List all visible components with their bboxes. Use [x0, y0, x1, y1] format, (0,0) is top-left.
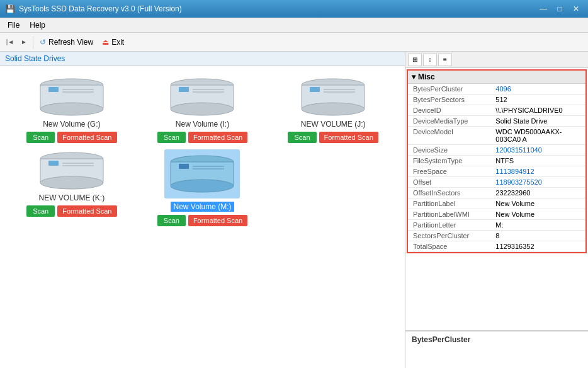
drive-icon-k — [37, 149, 106, 190]
table-row: FreeSpace1113894912 — [408, 166, 585, 177]
prop-value: M: — [493, 220, 585, 231]
prop-value: 120031511040 — [493, 145, 585, 156]
prop-value: \\.\PHYSICALDRIVE0 — [493, 105, 585, 116]
menu-file[interactable]: File — [3, 20, 25, 31]
formatted-scan-button-m[interactable]: Formatted Scan — [188, 215, 247, 226]
prop-value: New Volume — [493, 198, 585, 209]
app-icon: 💾 — [5, 4, 15, 14]
minimize-button[interactable]: — — [536, 3, 550, 15]
table-row: FileSystemTypeNTFS — [408, 156, 585, 166]
menu-help[interactable]: Help — [25, 20, 50, 31]
list-view-button[interactable]: ≡ — [438, 54, 452, 66]
scan-button-k[interactable]: Scan — [26, 205, 55, 217]
formatted-scan-button-k[interactable]: Formatted Scan — [57, 205, 116, 217]
drive-label-k: NEW VOLUME (K:) — [38, 193, 105, 202]
prop-key: PartitionLetter — [408, 220, 493, 231]
maximize-button[interactable]: □ — [553, 3, 567, 15]
prop-value: 1129316352 — [493, 241, 585, 252]
drive-grid: New Volume (G:) Scan Formatted Scan New … — [0, 66, 405, 236]
formatted-scan-button-j[interactable]: Formatted Scan — [319, 132, 378, 143]
prop-value: 1113894912 — [493, 166, 585, 177]
exit-button[interactable]: ⏏ Exit — [98, 36, 128, 49]
formatted-scan-button-g[interactable]: Formatted Scan — [57, 132, 116, 143]
exit-label: Exit — [111, 38, 124, 47]
toolbar-separator-1 — [33, 36, 33, 49]
prop-key: Offset — [408, 177, 493, 188]
prop-key: PartitionLabel — [408, 198, 493, 209]
scan-button-j[interactable]: Scan — [288, 132, 316, 143]
refresh-view-label: Refresh View — [48, 38, 93, 47]
prop-key: TotalSpace — [408, 241, 493, 252]
svg-rect-27 — [179, 164, 189, 169]
drive-buttons-j: Scan Formatted Scan — [288, 132, 378, 143]
drive-label-j: NEW VOLUME (J:) — [301, 120, 366, 129]
exit-icon: ⏏ — [102, 38, 109, 47]
table-row: OffsetInSectors232232960 — [408, 188, 585, 198]
table-row: BytesPerSectors512 — [408, 95, 585, 105]
prop-key: DeviceID — [408, 105, 493, 116]
status-panel: BytesPerCluster — [405, 330, 588, 368]
table-row: SectorsPerCluster8 — [408, 231, 585, 241]
prop-value: 4096 — [493, 84, 585, 95]
left-panel-header: Solid State Drives — [0, 52, 405, 66]
prop-value: Solid State Drive — [493, 116, 585, 127]
svg-rect-15 — [310, 87, 320, 92]
drive-item-k: NEW VOLUME (K:) Scan Formatted Scan — [9, 149, 134, 226]
prop-key: BytesPerSectors — [408, 95, 493, 105]
collapse-icon[interactable]: ▾ — [412, 72, 416, 81]
title-controls: — □ ✕ — [536, 3, 583, 15]
properties-panel: ▾ Misc BytesPerCluster4096BytesPerSector… — [405, 68, 588, 330]
drive-item-g: New Volume (G:) Scan Formatted Scan — [9, 76, 134, 143]
properties-section-header: ▾ Misc — [408, 71, 585, 84]
drive-item-m: New Volume (M:) Scan Formatted Scan — [140, 149, 265, 226]
refresh-view-button[interactable]: ↺ Refresh View — [36, 36, 97, 49]
drive-buttons-i: Scan Formatted Scan — [157, 132, 247, 143]
drive-icon-wrapper-m — [164, 149, 240, 198]
prop-value: 8 — [493, 231, 585, 241]
scan-button-m[interactable]: Scan — [157, 215, 186, 226]
table-row: DeviceModelWDC WD5000AAKX-003CA0 A — [408, 127, 585, 145]
drive-buttons-m: Scan Formatted Scan — [157, 215, 247, 226]
table-row: DeviceSize120031511040 — [408, 145, 585, 156]
table-row: DeviceMediaTypeSolid State Drive — [408, 116, 585, 127]
table-row: BytesPerCluster4096 — [408, 84, 585, 95]
main-layout: Solid State Drives New Volume (G:) Scan … — [0, 52, 588, 368]
formatted-scan-button-i[interactable]: Formatted Scan — [188, 132, 247, 143]
left-panel: Solid State Drives New Volume (G:) Scan … — [0, 52, 405, 368]
prop-key: DeviceModel — [408, 127, 493, 145]
svg-rect-21 — [48, 161, 59, 166]
nav-next-button[interactable]: ► — [18, 36, 30, 49]
prop-key: FileSystemType — [408, 156, 493, 166]
drive-item-j: NEW VOLUME (J:) Scan Formatted Scan — [271, 76, 395, 143]
table-row: TotalSpace1129316352 — [408, 241, 585, 252]
status-label: BytesPerCluster — [412, 335, 582, 344]
scan-button-g[interactable]: Scan — [26, 132, 55, 143]
drive-label-i: New Volume (I:) — [176, 120, 229, 129]
prop-value: New Volume — [493, 209, 585, 220]
drive-icon-g — [37, 76, 106, 117]
prop-key: OffsetInSectors — [408, 188, 493, 198]
drive-icon-j — [298, 76, 368, 117]
prop-value: NTFS — [493, 156, 585, 166]
prop-key: SectorsPerCluster — [408, 231, 493, 241]
grid-view-button[interactable]: ⊞ — [408, 54, 422, 66]
table-row: DeviceID\\.\PHYSICALDRIVE0 — [408, 105, 585, 116]
drive-buttons-g: Scan Formatted Scan — [26, 132, 116, 143]
drive-buttons-k: Scan Formatted Scan — [26, 205, 116, 217]
svg-point-26 — [171, 180, 234, 192]
drive-icon-i — [167, 76, 237, 117]
svg-rect-9 — [179, 87, 189, 92]
prop-key: DeviceMediaType — [408, 116, 493, 127]
drive-label-m: New Volume (M:) — [171, 202, 234, 212]
nav-first-button[interactable]: |◄ — [4, 36, 16, 49]
sort-button[interactable]: ↕ — [423, 54, 437, 66]
drive-label-g: New Volume (G:) — [43, 120, 100, 129]
scan-button-i[interactable]: Scan — [157, 132, 186, 143]
table-row: PartitionLabelNew Volume — [408, 198, 585, 209]
app-title: SysTools SSD Data Recovery v3.0 (Full Ve… — [19, 4, 182, 13]
drive-item-i: New Volume (I:) Scan Formatted Scan — [140, 76, 265, 143]
refresh-icon: ↺ — [40, 38, 46, 47]
svg-point-20 — [40, 176, 103, 189]
toolbar: |◄ ► ↺ Refresh View ⏏ Exit — [0, 33, 588, 52]
close-button[interactable]: ✕ — [569, 3, 583, 15]
